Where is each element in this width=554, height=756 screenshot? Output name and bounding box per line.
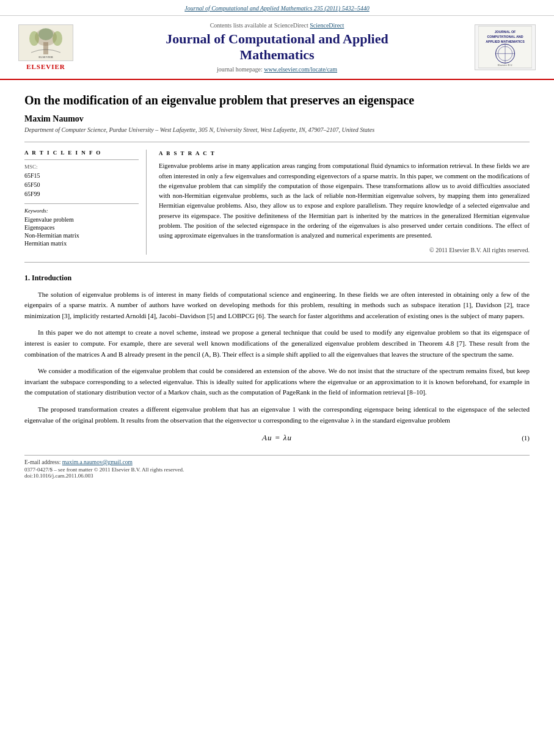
msc-code-3: 65F99 xyxy=(24,189,139,198)
equation-1-block: Au = λu (1) xyxy=(24,433,530,443)
abstract-section: A B S T R A C T Eigenvalue problems aris… xyxy=(159,150,530,255)
keyword-2: Eigenspaces xyxy=(24,224,139,231)
svg-rect-2 xyxy=(43,42,48,54)
doi-line: doi:10.1016/j.cam.2011.06.003 xyxy=(24,473,530,479)
section-1-heading: 1. Introduction xyxy=(24,272,530,284)
intro-paragraph-1: The solution of eigenvalue problems is o… xyxy=(24,289,530,322)
svg-text:APPLIED MATHEMATICS: APPLIED MATHEMATICS xyxy=(486,40,525,44)
copyright-line: © 2011 Elsevier B.V. All rights reserved… xyxy=(159,245,530,255)
intro-paragraph-3: We consider a modification of the eigenv… xyxy=(24,366,530,398)
main-content: On the modification of an eigenvalue pro… xyxy=(0,80,554,491)
keyword-3: Non-Hermitian matrix xyxy=(24,232,139,239)
svg-point-4 xyxy=(53,31,62,46)
article-info-panel: A R T I C L E I N F O MSC: 65F15 65F50 6… xyxy=(24,150,147,255)
msc-code-2: 65F50 xyxy=(24,180,139,189)
svg-point-3 xyxy=(29,31,39,46)
author-name: Maxim Naumov xyxy=(24,114,530,124)
svg-text:ELSEVIER: ELSEVIER xyxy=(38,56,53,59)
journal-ref: Journal of Computational and Applied Mat… xyxy=(184,5,369,12)
elsevier-brand-label: ELSEVIER xyxy=(26,63,65,70)
journal-title: Journal of Computational and Applied Mat… xyxy=(92,31,462,64)
intro-paragraph-4: The proposed transformation creates a di… xyxy=(24,404,530,426)
msc-code-1: 65F15 xyxy=(24,171,139,180)
article-title: On the modification of an eigenvalue pro… xyxy=(24,92,530,108)
sciencedirect-link[interactable]: ScienceDirect xyxy=(310,22,344,29)
top-bar: Journal of Computational and Applied Mat… xyxy=(0,0,554,16)
msc-codes: 65F15 65F50 65F99 xyxy=(24,171,139,198)
svg-text:Elsevier B.V.: Elsevier B.V. xyxy=(498,64,513,67)
email-line: E-mail address: maxim.a.naumov@gmail.com xyxy=(24,459,530,465)
elsevier-logo-image: ELSEVIER xyxy=(18,24,73,61)
page: Journal of Computational and Applied Mat… xyxy=(0,0,554,756)
keywords-label: Keywords: xyxy=(24,208,139,214)
issn-line: 0377-0427/$ – see front matter © 2011 El… xyxy=(24,467,530,473)
msc-label: MSC: xyxy=(24,164,139,170)
article-metadata-section: A R T I C L E I N F O MSC: 65F15 65F50 6… xyxy=(24,142,530,263)
abstract-text: Eigenvalue problems arise in many applic… xyxy=(159,161,530,241)
svg-text:JOURNAL OF: JOURNAL OF xyxy=(495,31,516,34)
elsevier-logo-left: ELSEVIER ELSEVIER xyxy=(12,24,79,70)
footer-section: E-mail address: maxim.a.naumov@gmail.com… xyxy=(24,455,530,479)
keyword-1: Eigenvalue problem xyxy=(24,216,139,223)
journal-center-info: Contents lists available at ScienceDirec… xyxy=(79,22,475,73)
homepage-url-link[interactable]: www.elsevier.com/locate/cam xyxy=(264,66,337,73)
svg-text:COMPUTATIONAL AND: COMPUTATIONAL AND xyxy=(487,35,523,39)
svg-point-5 xyxy=(38,28,53,40)
contents-available-line: Contents lists available at ScienceDirec… xyxy=(92,22,462,29)
introduction-section: 1. Introduction The solution of eigenval… xyxy=(24,272,530,426)
author-affiliation: Department of Computer Science, Purdue U… xyxy=(24,126,530,133)
email-label: E-mail address: xyxy=(24,459,60,465)
equation-1-number: (1) xyxy=(522,434,530,442)
abstract-label: A B S T R A C T xyxy=(159,150,530,158)
journal-homepage-line: journal homepage: www.elsevier.com/locat… xyxy=(92,66,462,73)
journal-logo-right: JOURNAL OF COMPUTATIONAL AND APPLIED MAT… xyxy=(475,24,536,70)
email-address[interactable]: maxim.a.naumov@gmail.com xyxy=(62,459,133,465)
journal-header: ELSEVIER ELSEVIER Contents lists availab… xyxy=(0,16,554,80)
keyword-4: Hermitian matrix xyxy=(24,240,139,247)
intro-paragraph-2: In this paper we do not attempt to creat… xyxy=(24,327,530,360)
equation-1-content: Au = λu xyxy=(262,433,292,443)
article-info-label: A R T I C L E I N F O xyxy=(24,150,139,156)
